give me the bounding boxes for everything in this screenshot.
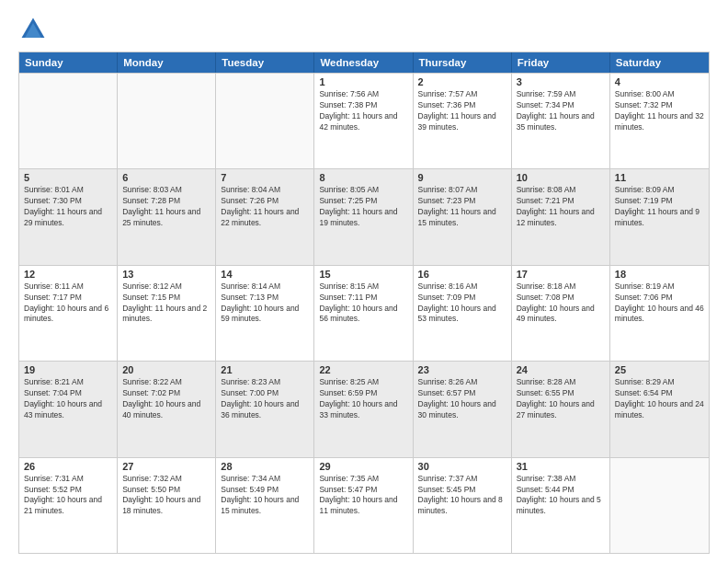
cal-cell: 8Sunrise: 8:05 AMSunset: 7:25 PMDaylight…: [314, 169, 413, 264]
day-info: Sunrise: 8:03 AMSunset: 7:28 PMDaylight:…: [122, 185, 210, 229]
day-number: 17: [517, 269, 605, 280]
day-number: 22: [319, 364, 407, 375]
cal-cell: 6Sunrise: 8:03 AMSunset: 7:28 PMDaylight…: [118, 169, 216, 264]
day-number: 12: [24, 269, 112, 280]
cal-cell: 12Sunrise: 8:11 AMSunset: 7:17 PMDayligh…: [19, 266, 118, 361]
cal-cell: 21Sunrise: 8:23 AMSunset: 7:00 PMDayligh…: [216, 362, 314, 456]
cal-cell: [610, 458, 709, 553]
day-info: Sunrise: 8:26 AMSunset: 6:57 PMDaylight:…: [418, 377, 506, 421]
cal-cell: 15Sunrise: 8:15 AMSunset: 7:11 PMDayligh…: [314, 266, 413, 361]
header-day-wednesday: Wednesday: [314, 52, 413, 73]
cal-cell: 16Sunrise: 8:16 AMSunset: 7:09 PMDayligh…: [414, 266, 512, 361]
day-number: 26: [24, 461, 112, 472]
day-info: Sunrise: 8:04 AMSunset: 7:26 PMDaylight:…: [221, 185, 309, 229]
page-header: [18, 15, 710, 44]
day-number: 7: [221, 172, 309, 183]
day-number: 27: [122, 461, 210, 472]
cal-cell: 27Sunrise: 7:32 AMSunset: 5:50 PMDayligh…: [118, 458, 216, 553]
cal-cell: 4Sunrise: 8:00 AMSunset: 7:32 PMDaylight…: [610, 74, 709, 168]
day-number: 16: [418, 269, 506, 280]
day-info: Sunrise: 8:29 AMSunset: 6:54 PMDaylight:…: [615, 377, 704, 421]
day-info: Sunrise: 7:32 AMSunset: 5:50 PMDaylight:…: [122, 474, 210, 518]
day-number: 23: [418, 364, 506, 375]
cal-cell: 26Sunrise: 7:31 AMSunset: 5:52 PMDayligh…: [19, 458, 118, 553]
week-row-1: 1Sunrise: 7:56 AMSunset: 7:38 PMDaylight…: [19, 73, 709, 168]
day-number: 8: [319, 172, 407, 183]
day-number: 21: [221, 364, 309, 375]
day-info: Sunrise: 7:38 AMSunset: 5:44 PMDaylight:…: [517, 474, 605, 518]
cal-cell: 11Sunrise: 8:09 AMSunset: 7:19 PMDayligh…: [610, 169, 709, 264]
week-row-5: 26Sunrise: 7:31 AMSunset: 5:52 PMDayligh…: [19, 457, 709, 553]
day-number: 3: [517, 76, 605, 87]
day-info: Sunrise: 8:12 AMSunset: 7:15 PMDaylight:…: [122, 282, 210, 326]
day-number: 10: [517, 172, 605, 183]
day-info: Sunrise: 8:18 AMSunset: 7:08 PMDaylight:…: [517, 282, 605, 326]
cal-cell: 19Sunrise: 8:21 AMSunset: 7:04 PMDayligh…: [19, 362, 118, 456]
day-number: 30: [418, 461, 506, 472]
header-day-sunday: Sunday: [19, 52, 118, 73]
day-info: Sunrise: 8:22 AMSunset: 7:02 PMDaylight:…: [122, 377, 210, 421]
cal-cell: 20Sunrise: 8:22 AMSunset: 7:02 PMDayligh…: [118, 362, 216, 456]
header-day-thursday: Thursday: [414, 52, 512, 73]
cal-cell: [118, 74, 216, 168]
day-number: 31: [517, 461, 605, 472]
calendar: SundayMondayTuesdayWednesdayThursdayFrid…: [18, 52, 710, 554]
day-info: Sunrise: 7:37 AMSunset: 5:45 PMDaylight:…: [418, 474, 506, 518]
cal-cell: 17Sunrise: 8:18 AMSunset: 7:08 PMDayligh…: [512, 266, 610, 361]
cal-cell: 30Sunrise: 7:37 AMSunset: 5:45 PMDayligh…: [414, 458, 512, 553]
cal-cell: [19, 74, 118, 168]
day-info: Sunrise: 8:19 AMSunset: 7:06 PMDaylight:…: [615, 282, 704, 326]
cal-cell: 23Sunrise: 8:26 AMSunset: 6:57 PMDayligh…: [414, 362, 512, 456]
logo: [18, 15, 51, 44]
week-row-3: 12Sunrise: 8:11 AMSunset: 7:17 PMDayligh…: [19, 265, 709, 361]
calendar-body: 1Sunrise: 7:56 AMSunset: 7:38 PMDaylight…: [19, 73, 709, 553]
week-row-2: 5Sunrise: 8:01 AMSunset: 7:30 PMDaylight…: [19, 168, 709, 264]
day-info: Sunrise: 8:11 AMSunset: 7:17 PMDaylight:…: [24, 282, 112, 326]
header-day-monday: Monday: [118, 52, 216, 73]
day-info: Sunrise: 7:56 AMSunset: 7:38 PMDaylight:…: [319, 89, 407, 133]
cal-cell: 3Sunrise: 7:59 AMSunset: 7:34 PMDaylight…: [512, 74, 610, 168]
day-number: 4: [615, 76, 704, 87]
day-number: 5: [24, 172, 112, 183]
day-info: Sunrise: 8:28 AMSunset: 6:55 PMDaylight:…: [517, 377, 605, 421]
day-number: 25: [615, 364, 704, 375]
cal-cell: 7Sunrise: 8:04 AMSunset: 7:26 PMDaylight…: [216, 169, 314, 264]
cal-cell: 10Sunrise: 8:08 AMSunset: 7:21 PMDayligh…: [512, 169, 610, 264]
header-day-tuesday: Tuesday: [216, 52, 314, 73]
cal-cell: 5Sunrise: 8:01 AMSunset: 7:30 PMDaylight…: [19, 169, 118, 264]
day-number: 9: [418, 172, 506, 183]
cal-cell: 18Sunrise: 8:19 AMSunset: 7:06 PMDayligh…: [610, 266, 709, 361]
day-info: Sunrise: 8:14 AMSunset: 7:13 PMDaylight:…: [221, 282, 309, 326]
day-info: Sunrise: 8:08 AMSunset: 7:21 PMDaylight:…: [517, 185, 605, 229]
cal-cell: 14Sunrise: 8:14 AMSunset: 7:13 PMDayligh…: [216, 266, 314, 361]
day-info: Sunrise: 7:57 AMSunset: 7:36 PMDaylight:…: [418, 89, 506, 133]
day-info: Sunrise: 8:21 AMSunset: 7:04 PMDaylight:…: [24, 377, 112, 421]
cal-cell: 1Sunrise: 7:56 AMSunset: 7:38 PMDaylight…: [314, 74, 413, 168]
day-number: 6: [122, 172, 210, 183]
day-info: Sunrise: 8:07 AMSunset: 7:23 PMDaylight:…: [418, 185, 506, 229]
day-number: 13: [122, 269, 210, 280]
week-row-4: 19Sunrise: 8:21 AMSunset: 7:04 PMDayligh…: [19, 361, 709, 456]
day-info: Sunrise: 8:01 AMSunset: 7:30 PMDaylight:…: [24, 185, 112, 229]
day-number: 14: [221, 269, 309, 280]
header-day-friday: Friday: [512, 52, 610, 73]
cal-cell: 25Sunrise: 8:29 AMSunset: 6:54 PMDayligh…: [610, 362, 709, 456]
cal-cell: 29Sunrise: 7:35 AMSunset: 5:47 PMDayligh…: [314, 458, 413, 553]
day-number: 24: [517, 364, 605, 375]
cal-cell: 31Sunrise: 7:38 AMSunset: 5:44 PMDayligh…: [512, 458, 610, 553]
day-info: Sunrise: 8:05 AMSunset: 7:25 PMDaylight:…: [319, 185, 407, 229]
day-info: Sunrise: 8:23 AMSunset: 7:00 PMDaylight:…: [221, 377, 309, 421]
day-info: Sunrise: 7:34 AMSunset: 5:49 PMDaylight:…: [221, 474, 309, 518]
day-info: Sunrise: 8:15 AMSunset: 7:11 PMDaylight:…: [319, 282, 407, 326]
day-number: 1: [319, 76, 407, 87]
cal-cell: 22Sunrise: 8:25 AMSunset: 6:59 PMDayligh…: [314, 362, 413, 456]
day-info: Sunrise: 7:35 AMSunset: 5:47 PMDaylight:…: [319, 474, 407, 518]
day-info: Sunrise: 7:31 AMSunset: 5:52 PMDaylight:…: [24, 474, 112, 518]
day-number: 19: [24, 364, 112, 375]
cal-cell: 2Sunrise: 7:57 AMSunset: 7:36 PMDaylight…: [414, 74, 512, 168]
day-info: Sunrise: 8:16 AMSunset: 7:09 PMDaylight:…: [418, 282, 506, 326]
day-number: 20: [122, 364, 210, 375]
day-number: 15: [319, 269, 407, 280]
day-info: Sunrise: 7:59 AMSunset: 7:34 PMDaylight:…: [517, 89, 605, 133]
day-info: Sunrise: 8:09 AMSunset: 7:19 PMDaylight:…: [615, 185, 704, 229]
